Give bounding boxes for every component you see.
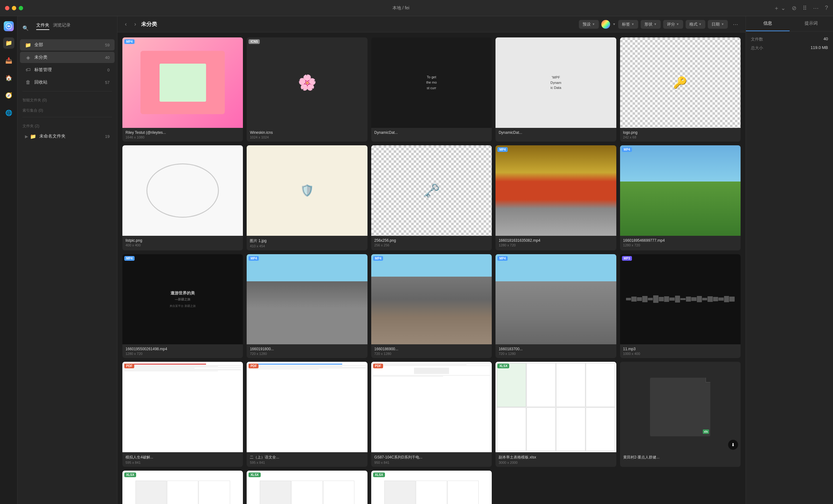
filter-tag-btn[interactable]: 标签 ▼: [618, 20, 638, 29]
sidebar-item-all[interactable]: 📁 全部 59: [20, 39, 115, 51]
tab-prompt[interactable]: 提示词: [790, 16, 833, 31]
sidebar-item-unsorted[interactable]: ◈ 未分类 40: [20, 52, 115, 63]
file-item-wpf[interactable]: 'WPFDynamic Data DynamicDat...: [496, 37, 616, 142]
pdf-line: [124, 370, 241, 370]
file-name: 黄田村2-重点人群健...: [623, 455, 737, 460]
file-item-mp4-1660181[interactable]: MP4 1660181631635082.mp4 1280 x 720: [496, 145, 616, 250]
window-title: 本地 / fei: [28, 5, 774, 11]
filter-date-label: 日期: [712, 22, 720, 27]
file-item-mp4-1660189[interactable]: MP4 1660189546699777.mp4 1280 x 720: [620, 145, 741, 250]
file-item-listpic[interactable]: listpic.png 400 x 400: [122, 145, 243, 250]
wbar: [675, 296, 680, 303]
help-icon[interactable]: ?: [825, 5, 828, 11]
pdf-thumb-1: [122, 362, 243, 452]
nav-back-button[interactable]: ‹: [122, 20, 129, 29]
sidebar-item-tag-mgr[interactable]: 🏷 标签管理 0: [20, 64, 115, 75]
maximize-button[interactable]: [19, 6, 23, 10]
block-icon[interactable]: ⊘: [792, 5, 796, 11]
info-row-total-size: 总大小 119.0 MB: [751, 45, 828, 51]
grid-icon[interactable]: ⠿: [803, 5, 807, 11]
color-filter-btn[interactable]: [601, 20, 610, 29]
tag-chevron-icon: ▼: [631, 22, 635, 26]
tab-folder[interactable]: 文件夹: [36, 22, 49, 30]
file-item-road1[interactable]: MP4 1660191800... 720 x 1280: [247, 254, 367, 358]
sidebar-tagmgr-count: 0: [108, 68, 110, 72]
file-item-riley[interactable]: MP4 Riley Testut (@rileytes... 1646 x 10…: [122, 37, 243, 142]
titlebar: 本地 / fei ＋ ⌄ ⊘ ⠿ ⋯ ?: [0, 0, 833, 16]
search-icon[interactable]: 🔍: [22, 25, 29, 31]
file-size: 1280 x 720: [499, 243, 613, 247]
file-item-logo[interactable]: 🔑 logo.png 242 x 68: [620, 37, 741, 142]
home-icon[interactable]: 🏠: [3, 72, 14, 83]
key-thumb: 🗝️: [371, 145, 492, 236]
file-item-256[interactable]: 🗝️ 256x256.png 256 x 256: [371, 145, 492, 250]
folder-icon[interactable]: 📁: [3, 37, 14, 49]
sidebar-item-trash[interactable]: 🗑 回收站 57: [20, 77, 115, 88]
app-logo[interactable]: [4, 21, 14, 31]
file-item-mp3[interactable]: MP3 11.mp3 1000 x 400: [620, 254, 741, 358]
inbox-icon[interactable]: 📥: [3, 55, 14, 66]
wbar: [708, 296, 713, 302]
more-options-icon[interactable]: ···: [730, 19, 741, 29]
file-item-road2[interactable]: MP4 1660186900... 720 x 1280: [371, 254, 492, 358]
file-item-xlsx-r5-3[interactable]: XLSX xlsx文件...: [371, 471, 492, 504]
file-item-pdf3[interactable]: PDF GS87-104C系列D系列干电... 950 x 841: [371, 362, 492, 467]
format-chevron-icon: ▼: [699, 22, 702, 26]
more-icon[interactable]: ⋯: [813, 5, 819, 11]
file-name: 11.mp3: [623, 347, 737, 351]
color-chevron-icon: ▼: [613, 22, 616, 26]
mp4-badge: MP4: [248, 256, 259, 261]
file-item-pic1[interactable]: 🛡️ 图片 1.jpg 410 x 454: [247, 145, 367, 250]
add-icon[interactable]: ＋ ⌄: [774, 4, 786, 12]
unnamed-folder-count: 19: [105, 134, 110, 139]
sidebar-tabs: 文件夹 浏览记录: [31, 22, 75, 30]
file-item-pdf1[interactable]: PDF 模拟人生4破解... 595 x 841: [122, 362, 243, 467]
pdf-thumb-3: [371, 362, 492, 452]
file-item-aoyou[interactable]: 遨游世界的美 —新疆之旅 来自某平台 新疆之旅 MP4 166019550026…: [122, 254, 243, 358]
circle-shape: [146, 163, 219, 218]
cell: [416, 481, 447, 504]
file-item-xlsx-r5-2[interactable]: XLSX xlsx文件...: [247, 471, 367, 504]
file-thumb-logo: 🔑: [620, 37, 741, 128]
file-info-road1: 1660191800... 720 x 1280: [247, 344, 367, 358]
file-grid: MP4 Riley Testut (@rileytes... 1646 x 10…: [122, 37, 741, 504]
cell: [198, 481, 230, 504]
filter-preset-btn[interactable]: 预设 ▼: [579, 20, 599, 29]
close-button[interactable]: [5, 6, 9, 10]
wbar: [697, 296, 702, 302]
file-item-pdf2[interactable]: PDF 二（上）语文全... 595 x 841: [247, 362, 367, 467]
filter-format-btn[interactable]: 格式 ▼: [686, 20, 706, 29]
tab-history[interactable]: 浏览记录: [53, 22, 71, 30]
nav-forward-button[interactable]: ›: [132, 20, 139, 29]
xlsx-thumb-1: [496, 362, 616, 452]
cell: [291, 481, 323, 504]
filter-rating-btn[interactable]: 评分 ▼: [663, 20, 683, 29]
sidebar-trash-label: 回收站: [34, 79, 105, 85]
file-info-pdf3: GS87-104C系列D系列干电... 950 x 841: [371, 452, 492, 467]
minimize-button[interactable]: [12, 6, 16, 10]
file-thumb-wineskin: 🌸 ICNS: [247, 37, 367, 128]
pdf-header-line: [248, 364, 342, 364]
cell: [384, 481, 415, 504]
tab-info[interactable]: 信息: [746, 16, 790, 31]
pdf-icon-block: [414, 368, 449, 374]
xlsx-grid: [497, 363, 615, 451]
file-item-xlsx-r5-1[interactable]: XLSX xlsx文件...: [122, 471, 243, 504]
filter-shape-btn[interactable]: 形状 ▼: [641, 20, 661, 29]
compass-icon[interactable]: 🧭: [3, 90, 14, 101]
file-size: 410 x 454: [250, 244, 364, 248]
file-item-xlsx1[interactable]: XLSX 副本率土表格模板.xlsx 3000 x 2000: [496, 362, 616, 467]
content-area: ‹ › 未分类 预设 ▼ ▼ 标签 ▼ 形状 ▼ 评分 ▼ 格式: [117, 16, 745, 504]
file-item-wineskin[interactable]: 🌸 ICNS Wineskin.icns 1024 x 1024: [247, 37, 367, 142]
file-item-xls-download[interactable]: xls ⬇ 黄田村2-重点人群健...: [620, 362, 741, 467]
file-item-dynamicdat1[interactable]: To getthe most curr DynamicDat...: [371, 37, 492, 142]
globe-icon[interactable]: 🌐: [3, 107, 14, 119]
file-item-greatwall[interactable]: MP4 1660183700... 720 x 1280: [496, 254, 616, 358]
file-size: 1024 x 1024: [250, 135, 364, 139]
file-info-mp3: 11.mp3 1000 x 400: [620, 344, 741, 358]
download-button[interactable]: ⬇: [728, 440, 738, 450]
sidebar-item-unnamed-folder[interactable]: ▶ 📁 未命名文件夹 19: [20, 131, 115, 142]
file-name: 1660195500261498.mp4: [125, 347, 240, 351]
sidebar-unsorted-count: 40: [105, 55, 110, 60]
filter-date-btn[interactable]: 日期 ▼: [708, 20, 728, 29]
